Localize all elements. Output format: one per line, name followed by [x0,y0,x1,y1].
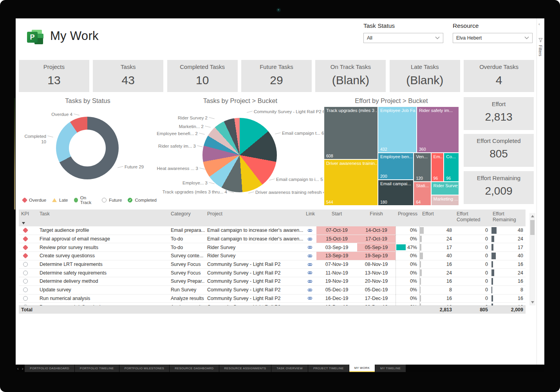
report-page-tab[interactable]: MY WORK [349,365,375,372]
scrollbar-thumb[interactable] [530,220,535,235]
column-header[interactable]: Finish [357,210,396,217]
report-page-tab[interactable]: TASK OVERVIEW [271,365,308,372]
table-row[interactable]: Create survey questionss Survey conte...… [19,252,526,260]
task-status-dropdown[interactable]: All [363,33,443,43]
legend-item[interactable]: On Track [74,195,96,205]
link-icon[interactable] [307,304,313,305]
column-header[interactable]: Link [303,210,316,217]
card-effort-by-project[interactable]: Effort by Project > Bucket Track upgrade… [324,96,459,206]
legend-shape-icon [52,198,57,202]
treemap-cell[interactable]: Ven...120 [414,153,431,182]
card-tasks-by-status[interactable]: Tasks by Status Overdue 4 Completed 10 F… [19,96,157,206]
remaining-bar [491,236,494,242]
column-header[interactable]: KPI [19,210,37,217]
column-header[interactable]: Effort Remaining [490,210,526,223]
treemap-cell[interactable]: Rider Survey [431,182,459,195]
start-date-cell: 15-Oct-19 [316,235,357,243]
table-row[interactable]: Determine delivery method Survey Prepar.… [19,277,526,286]
kpi-card[interactable]: Tasks 43 [93,60,163,92]
pie-callout: Track upgrades (miles 3 thru... 4 [157,189,227,195]
legend-item[interactable]: Overdue [23,198,46,202]
treemap-cell[interactable]: Employee Job Fair432 [378,107,417,153]
link-cell [303,235,316,243]
report-page-tab[interactable]: PROJECT TIMELINE [308,365,349,372]
table-row[interactable]: Final approval of email message To-do Em… [19,235,526,244]
link-icon[interactable] [307,228,313,233]
table-row[interactable]: Update survey Run Survey Community Surve… [19,286,526,294]
column-header[interactable]: Task [37,210,168,217]
kpi-status-icon [23,271,28,275]
report-page-tab[interactable]: MY TIMELINE [375,365,406,372]
link-icon[interactable] [307,270,313,275]
column-header[interactable]: Effort [420,210,454,217]
category-cell: To-do [168,243,205,251]
table-row[interactable]: Target audience profile Email prepara...… [19,226,526,235]
effort-remaining-card[interactable]: Effort Remaining 2,009 [464,171,534,204]
legend-item[interactable]: ✓ Completed [128,198,157,202]
report-page-tab[interactable]: PORTFOLIO DASHBOARD [25,365,74,372]
link-icon[interactable] [307,262,313,267]
scroll-up-icon[interactable] [531,215,534,217]
column-header[interactable]: Category [168,210,205,217]
table-row[interactable]: Review prior survey results To-do Rider … [19,243,526,252]
treemap-cell[interactable]: Driver awareness trainin...544 [324,159,378,206]
treemap-cell[interactable]: Em...96 [431,153,444,182]
treemap-cell[interactable]: Employee ben...200 [378,153,414,180]
link-icon[interactable] [307,287,313,293]
table-row[interactable]: Determine LRT requirements Survey Focus … [19,260,526,269]
legend-item[interactable]: Future [102,198,122,202]
column-header[interactable]: Effort Completed [454,210,490,223]
link-icon[interactable] [307,296,313,301]
link-icon[interactable] [307,253,313,258]
treemap-cell[interactable]: Marketing ... [431,195,459,206]
table-row[interactable]: Determine safety requirements Survey Foc… [19,269,526,277]
tab-nav-next-icon[interactable]: › [20,365,25,372]
table-row[interactable]: Run numerical analysis Analyze results C… [19,294,526,303]
treemap-cell[interactable]: Stati...64 [414,182,431,206]
report-page-tab[interactable]: PORTFOLIO MILESTONES [119,365,170,372]
link-icon[interactable] [307,245,313,250]
kpi-card[interactable]: Future Tasks 29 [241,60,312,92]
kpi-card[interactable]: Late Tasks (Blank) [390,60,460,92]
kpi-status-cell [19,277,37,285]
donut-callout-future: Future 29 [125,164,152,170]
kpi-card[interactable]: Completed Tasks 10 [167,60,238,92]
column-header[interactable]: Project [205,210,303,217]
scroll-down-icon[interactable] [531,301,534,303]
treemap-cell[interactable]: Rider safety im...360 [417,107,459,153]
remaining-bar [491,287,492,293]
card-tasks-by-project[interactable]: Tasks by Project > Bucket Community Surv… [157,96,324,206]
kpi-filter-arrow[interactable] [22,222,25,224]
report-page-tab[interactable]: RESOURCE DASHBOARD [170,365,219,372]
kpi-card[interactable]: On Track Tasks (Blank) [315,60,386,92]
table-scrollbar[interactable] [529,213,535,305]
effort-cell: 48 [420,226,454,235]
kpi-card[interactable]: Projects 13 [19,60,89,92]
task-cell: Prepare survey briefing deck [37,303,168,305]
report-page-tab[interactable]: PORTFOLIO TIMELINE [75,365,119,372]
legend-item[interactable]: Late [52,198,68,202]
start-date-cell: 03-Sep-19 [316,243,357,251]
effort-completed-card[interactable]: Effort Completed 805 [464,134,534,167]
tab-nav-prev-icon[interactable]: ‹ [16,365,20,372]
table-row[interactable]: Prepare survey briefing deck Analyze res… [19,303,526,305]
category-cell: Survey Prepar... [168,277,205,285]
report-page-tab[interactable]: RESOURCE ASSIGNMENTS [219,365,271,372]
filters-collapse-icon[interactable]: ‹ [538,22,540,26]
effort-cell: 24 [420,269,454,277]
link-icon[interactable] [307,237,313,242]
task-cell: Determine LRT requirements [37,260,168,269]
column-header[interactable]: Progress [396,210,420,217]
column-header[interactable]: Start [316,210,357,217]
resource-dropdown[interactable]: Elva Hebert [453,33,533,43]
effort-card[interactable]: Effort 2,813 [464,97,534,130]
treemap-cell[interactable]: Track upgrades (miles 3 ...608 [324,107,378,159]
treemap-cell[interactable]: Co...96 [444,153,459,182]
link-cell [303,277,316,285]
effort-completed-cell: 0 [454,260,490,269]
task-cell: Run numerical analysis [37,294,168,303]
kpi-status-cell [19,226,37,235]
treemap-cell[interactable]: Email campai...180 [378,180,414,206]
link-icon[interactable] [307,279,313,284]
kpi-card[interactable]: Overdue Tasks 4 [464,60,534,92]
